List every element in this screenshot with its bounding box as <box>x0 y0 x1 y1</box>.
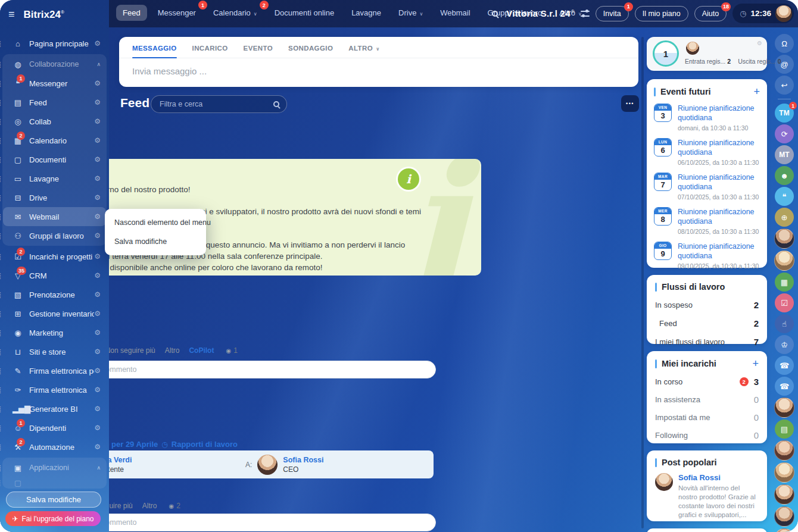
gear-icon[interactable]: ⚙ <box>94 39 101 48</box>
search-icon[interactable] <box>490 6 500 21</box>
drag-handle-icon[interactable]: ⣿ <box>0 118 1 125</box>
top-nav-drive[interactable]: Drive∨ <box>392 5 429 21</box>
chevron-up-icon[interactable]: ∧ <box>96 61 101 67</box>
sidebar-item-lavagne[interactable]: ⣿▭Lavagne⚙ <box>3 169 106 188</box>
calendar-chat-icon[interactable]: ▦ <box>775 273 794 292</box>
group-chat-icon[interactable]: ☻ <box>775 166 794 185</box>
invite-button[interactable]: Invita1 <box>596 6 629 21</box>
sidebar-item-collaborazione[interactable]: ⣿◍Collaborazione∧ <box>3 55 106 74</box>
likes-chat-icon[interactable]: ☝ <box>775 314 794 333</box>
chevron-up-icon[interactable]: ∧ <box>96 465 101 471</box>
contact-avatar[interactable] <box>774 440 794 461</box>
contact-avatar[interactable] <box>774 251 794 271</box>
sidebar-item-applicazioni[interactable]: ⣿▣Applicazioni∧ <box>3 458 106 477</box>
drag-handle-icon[interactable]: ⣿ <box>0 330 1 336</box>
drag-handle-icon[interactable]: ⣿ <box>0 195 1 201</box>
tasks-chat-icon[interactable]: ☑ <box>775 293 794 312</box>
sidebar-item-prenotazione[interactable]: ⣿▧Prenotazione⚙ <box>3 285 106 304</box>
save-changes-button[interactable]: Salva modifiche <box>6 492 101 508</box>
event-title-link[interactable]: Riunione pianificazione quotidiana <box>678 242 761 261</box>
drag-handle-icon[interactable]: ⣿ <box>0 61 1 68</box>
person-link[interactable]: Sofia Rossi <box>283 456 323 464</box>
gear-icon[interactable]: ⚙ <box>94 348 101 356</box>
drag-handle-icon[interactable]: ⣿ <box>0 40 1 47</box>
user-avatar[interactable] <box>775 5 792 22</box>
gear-icon[interactable]: ⚙ <box>94 271 101 280</box>
drag-handle-icon[interactable]: ⣿ <box>0 233 1 239</box>
post-action-non-seguire-pi[interactable]: Non seguire più <box>105 346 155 355</box>
gear-icon[interactable]: ⚙ <box>94 386 101 394</box>
avatar[interactable] <box>655 473 673 491</box>
gear-icon[interactable]: ⚙ <box>94 443 101 451</box>
drag-handle-icon[interactable]: ⣿ <box>0 292 1 298</box>
gear-icon[interactable]: ⚙ <box>94 424 101 432</box>
post-action-altro[interactable]: Altro <box>165 346 180 355</box>
counter-row-feed[interactable]: Feed2 <box>655 318 759 328</box>
sidebar-item-firma-elettronica-per[interactable]: ⣿✎Firma elettronica per⚙ <box>3 361 106 380</box>
sidebar-item-automazione[interactable]: ⣿⚒2Automazione⚙ <box>3 437 106 456</box>
sidebar-item-feed[interactable]: ⣿▤Feed⚙ <box>3 93 106 112</box>
sidebar-item-marketing[interactable]: ⣿◉Marketing⚙ <box>3 323 106 342</box>
chats-icon[interactable]: ↩ <box>775 76 794 95</box>
event-item[interactable]: LUN6Riunione pianificazione quotidiana06… <box>654 138 760 166</box>
drag-handle-icon[interactable]: ⣿ <box>0 273 1 279</box>
contact-avatar[interactable] <box>774 528 794 532</box>
event-item[interactable]: VEN3Riunione pianificazione quotidianado… <box>654 104 760 132</box>
message-input[interactable]: Invia messaggio ... <box>119 58 638 84</box>
counter-row-following[interactable]: Following0 <box>655 430 759 440</box>
popular-post-snippet[interactable]: Novità all'interno del nostro prodotto! … <box>678 484 759 520</box>
gear-icon[interactable]: ⚙ <box>94 136 101 145</box>
sidebar-item-dipendenti[interactable]: ⣿☺1Dipendenti⚙ <box>3 418 106 437</box>
gear-icon[interactable]: ⚙ <box>94 231 101 240</box>
composer-tab-incarico[interactable]: INCARICO <box>192 45 228 58</box>
gear-icon[interactable]: ⚙ <box>94 405 101 413</box>
top-nav-documenti-online[interactable]: Documenti online <box>268 5 341 21</box>
search-icon[interactable] <box>273 101 279 107</box>
drag-handle-icon[interactable]: ⣿ <box>0 311 1 317</box>
menu-item-hide-element[interactable]: Nascondi elemento del menu <box>105 213 206 232</box>
sidebar-item-firma-elettronica[interactable]: ⣿✑Firma elettronica⚙ <box>3 380 106 399</box>
add-task-button[interactable]: + <box>752 358 759 369</box>
drag-handle-icon[interactable]: ⣿ <box>0 465 1 471</box>
attendance-widget[interactable]: 1 Entrata regis...2 Uscita regis...0 ⚙ <box>647 37 767 71</box>
top-nav-calendario[interactable]: Calendario∨2 <box>207 5 264 21</box>
counter-row-in-sospeso[interactable]: In sospeso2 <box>655 300 759 310</box>
company-name[interactable]: Vittoria S.r.l 24® <box>506 8 574 18</box>
drag-handle-icon[interactable]: ⣿ <box>0 254 1 260</box>
feed-more-button[interactable]: ••• <box>621 95 639 112</box>
comment-input[interactable] <box>62 361 436 378</box>
composer-tab-sondaggio[interactable]: SONDAGGIO <box>288 45 333 58</box>
sidebar-item-incarichi-e-progetti[interactable]: ⣿☑2Incarichi e progetti⚙ <box>3 247 106 266</box>
drag-handle-icon[interactable]: ⣿ <box>0 137 1 144</box>
call-chat-icon[interactable]: ☎ <box>775 377 794 396</box>
drag-handle-icon[interactable]: ⣿ <box>0 214 1 220</box>
gear-icon[interactable]: ⚙ <box>94 328 101 337</box>
event-item[interactable]: MER8Riunione pianificazione quotidiana08… <box>654 207 760 235</box>
sidebar-item-home[interactable]: ⣿⌂Pagina principale⚙ <box>3 34 106 53</box>
add-event-button[interactable]: + <box>753 86 760 97</box>
sync-chat-icon[interactable]: ⟳ <box>775 124 794 143</box>
drag-handle-icon[interactable]: ⣿ <box>0 349 1 355</box>
help-button[interactable]: Aiuto18 <box>694 6 727 21</box>
sidebar-item-gestione-inventario[interactable]: ⣿⊞Gestione inventario⚙ <box>3 304 106 323</box>
composer-tab-altro[interactable]: ALTRO∨ <box>348 45 380 58</box>
counter-row-in-assistenza[interactable]: In assistenza0 <box>655 395 759 405</box>
report-category-link[interactable]: Rapporti di lavoro <box>172 440 238 449</box>
contact-avatar[interactable] <box>774 506 794 527</box>
event-title-link[interactable]: Riunione pianificazione quotidiana <box>678 173 761 192</box>
composer-tab-messaggio[interactable]: MESSAGGIO <box>132 45 177 58</box>
event-title-link[interactable]: Riunione pianificazione quotidiana <box>678 138 761 157</box>
id-card-chat-icon[interactable]: ▤ <box>775 420 794 439</box>
vip-chat-icon[interactable]: ♔ <box>775 335 794 354</box>
top-nav-lavagne[interactable]: Lavagne <box>345 5 388 21</box>
gear-icon[interactable]: ⚙ <box>94 79 101 87</box>
gear-icon[interactable]: ⚙ <box>94 117 101 126</box>
scrollbar[interactable] <box>641 37 644 528</box>
sidebar-item-drive[interactable]: ⣿⊟Drive⚙ <box>3 188 106 207</box>
drag-handle-icon[interactable]: ⣿ <box>0 425 1 431</box>
event-title-link[interactable]: Riunione pianificazione quotidiana <box>678 207 761 226</box>
composer-tab-evento[interactable]: EVENTO <box>244 45 273 58</box>
counter-row-i-miei-flussi-di-lavoro[interactable]: I miei flussi di lavoro7 <box>655 337 759 347</box>
menu-item-save-changes[interactable]: Salva modifiche <box>105 232 206 251</box>
channel-chat-icon[interactable]: ❝ <box>775 187 794 206</box>
